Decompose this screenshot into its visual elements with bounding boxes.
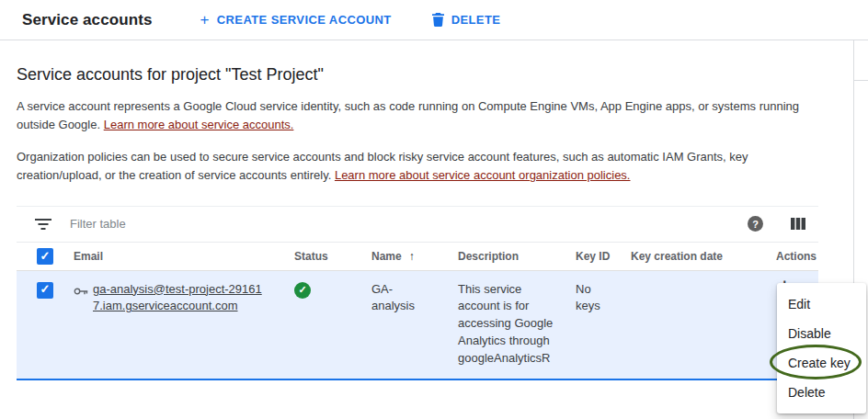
intro-learn-more-link[interactable]: Learn more about service accounts. — [104, 118, 294, 131]
table-header-row: ✓ Email Status Name↑ Description Key ID … — [17, 243, 818, 271]
service-accounts-page: Service accounts + CREATE SERVICE ACCOUN… — [0, 0, 868, 419]
create-service-account-button[interactable]: + CREATE SERVICE ACCOUNT — [190, 7, 400, 33]
column-header-actions: Actions — [761, 250, 818, 263]
org-policies-paragraph: Organization policies can be used to sec… — [17, 148, 815, 185]
key-id-cell: No keys — [576, 281, 631, 316]
service-account-name: GA-analysis — [371, 281, 428, 316]
table-filter-row: ? — [17, 206, 818, 243]
section-heading: Service accounts for project "Test Proje… — [17, 65, 818, 85]
menu-item-create-key[interactable]: Create key — [777, 348, 866, 378]
page-title: Service accounts — [22, 11, 152, 29]
column-header-email: Email — [74, 250, 281, 263]
menu-item-delete[interactable]: Delete — [777, 378, 866, 407]
select-all-cell: ✓ — [17, 248, 74, 265]
service-accounts-table: ? ✓ Email Status Name↑ Description Key I… — [17, 206, 818, 380]
filter-icon — [35, 219, 51, 230]
menu-item-edit[interactable]: Edit — [777, 289, 866, 319]
menu-item-disable[interactable]: Disable — [777, 319, 866, 348]
email-cell: ga-analysis@test-project-291617.iam.gser… — [74, 281, 281, 316]
org-policies-learn-more-link[interactable]: Learn more about service account organiz… — [335, 168, 631, 182]
column-header-key-creation-date: Key creation date — [631, 250, 761, 263]
help-icon[interactable]: ? — [748, 216, 763, 232]
row-actions-context-menu: Edit Disable Create key Delete — [777, 283, 866, 413]
right-panel-top-section — [854, 40, 868, 81]
row-select-cell: ✓ — [17, 281, 74, 299]
plus-icon: + — [200, 12, 209, 28]
delete-button[interactable]: DELETE — [423, 7, 510, 32]
column-display-icon[interactable] — [791, 218, 805, 230]
column-header-status: Status — [281, 250, 368, 263]
top-bar: Service accounts + CREATE SERVICE ACCOUN… — [0, 0, 868, 40]
filter-table-input[interactable] — [68, 216, 748, 232]
sort-ascending-icon: ↑ — [409, 250, 415, 263]
name-cell: GA-analysis — [368, 281, 454, 316]
intro-paragraph: A service account represents a Google Cl… — [17, 97, 815, 134]
column-header-description: Description — [454, 250, 576, 263]
create-service-account-label: CREATE SERVICE ACCOUNT — [217, 13, 392, 27]
table-row: ✓ ga-analysis@test-project-291617.iam.gs… — [17, 271, 818, 380]
delete-label: DELETE — [451, 13, 501, 27]
service-account-description: This service account is for accessing Go… — [458, 281, 559, 368]
main-content: Service accounts for project "Test Proje… — [0, 65, 818, 380]
description-cell: This service account is for accessing Go… — [454, 281, 576, 368]
row-checkbox[interactable]: ✓ — [37, 282, 53, 299]
service-account-email-link[interactable]: ga-analysis@test-project-291617.iam.gser… — [93, 281, 270, 316]
status-active-icon: ✓ — [294, 282, 311, 299]
select-all-checkbox[interactable]: ✓ — [37, 248, 53, 265]
status-cell: ✓ — [281, 281, 368, 299]
service-account-key-icon — [74, 284, 88, 301]
column-header-key-id: Key ID — [576, 250, 631, 263]
trash-icon — [432, 13, 444, 27]
column-header-name[interactable]: Name↑ — [368, 250, 454, 263]
key-id-value: No keys — [576, 281, 607, 316]
